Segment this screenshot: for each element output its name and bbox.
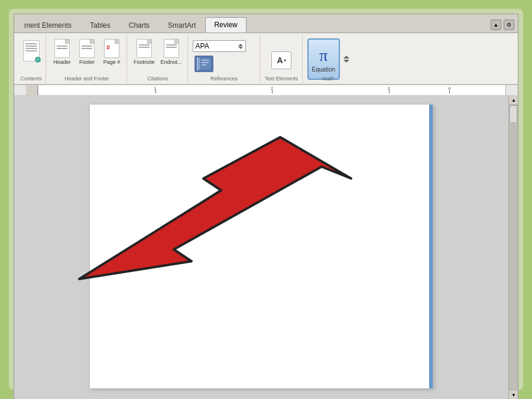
page-num-label: Page #: [103, 59, 121, 65]
page-num-icon: #: [102, 39, 121, 58]
ribbon-tabs: ment Elements Tables Charts SmartArt Rev…: [14, 14, 518, 33]
header-button[interactable]: Header: [51, 38, 73, 66]
apa-dropdown-arrow: [238, 44, 243, 49]
svg-rect-1: [199, 58, 200, 70]
outer-frame: ment Elements Tables Charts SmartArt Rev…: [9, 9, 523, 390]
citations-group-label: Citations: [128, 76, 187, 82]
footer-button[interactable]: Footer: [76, 38, 98, 66]
svg-rect-3: [202, 62, 209, 63]
svg-rect-4: [202, 64, 206, 66]
document-area: ▲ ▼: [14, 96, 518, 399]
text-elem-icon: A ▾: [271, 51, 291, 69]
header-footer-group-label: Header and Footer: [47, 76, 126, 82]
doc-right-accent: [429, 105, 433, 388]
ribbon-group-header-footer: Header Footer: [47, 34, 127, 83]
endnote-label: Endnot...: [161, 59, 182, 65]
tab-review[interactable]: Review: [205, 17, 246, 33]
ribbon-group-contents: ✓ Contents: [17, 34, 46, 83]
footer-icon: [77, 39, 96, 58]
green-check-icon: ✓: [35, 57, 41, 63]
equation-button[interactable]: π Equation: [307, 38, 340, 80]
minimize-btn[interactable]: ▲: [491, 20, 501, 30]
page-num-button[interactable]: # Page #: [100, 38, 123, 66]
scroll-up-btn[interactable]: ▲: [509, 96, 518, 105]
word-window: ment Elements Tables Charts SmartArt Rev…: [14, 14, 518, 399]
ribbon-group-citations: Footnote Endnot...: [128, 34, 188, 83]
pi-icon: π: [319, 46, 327, 65]
header-label: Header: [53, 59, 71, 65]
book-icon: [194, 56, 213, 72]
text-elements-button[interactable]: A ▾: [270, 50, 293, 70]
book-button[interactable]: [193, 54, 215, 73]
tab-tables[interactable]: Tables: [81, 17, 119, 33]
footnote-label: Footnote: [134, 59, 155, 65]
scroll-track: [509, 105, 518, 391]
ribbon-group-text-elements: A ▾ Text Elements: [261, 34, 303, 83]
tab-charts[interactable]: Charts: [120, 17, 158, 33]
tab-smartart[interactable]: SmartArt: [159, 17, 205, 33]
text-elements-group-label: Text Elements: [261, 76, 302, 82]
math-group-label: Math: [304, 76, 353, 82]
equation-label: Equation: [312, 66, 335, 73]
endnote-button[interactable]: Endnot...: [159, 38, 184, 66]
footer-label: Footer: [79, 59, 95, 65]
scroll-thumb[interactable]: [510, 105, 517, 123]
svg-rect-2: [202, 60, 209, 61]
apa-dropdown[interactable]: APA: [193, 40, 246, 52]
footnote-button[interactable]: Footnote: [132, 38, 157, 66]
contents-group-label: Contents: [17, 76, 46, 82]
ruler: 1 2 3 4: [14, 85, 518, 96]
header-icon: [53, 39, 72, 58]
ribbon: ✓ Contents: [14, 33, 518, 85]
endnote-icon: [162, 39, 181, 58]
ruler-bar: 1 2 3 4: [38, 85, 506, 95]
tab-controls: ▲ ⚙: [491, 20, 518, 33]
references-group-label: References: [189, 76, 259, 82]
tab-document-elements[interactable]: ment Elements: [15, 17, 80, 33]
settings-btn[interactable]: ⚙: [504, 20, 514, 30]
scrollbar[interactable]: ▲ ▼: [508, 96, 518, 399]
document-content: [14, 96, 508, 399]
footnote-icon: [135, 39, 154, 58]
document-page[interactable]: [90, 105, 433, 388]
scroll-down-btn[interactable]: ▼: [509, 391, 518, 399]
ribbon-group-references: APA: [189, 34, 260, 83]
contents-icon: ✓: [23, 40, 40, 61]
ribbon-group-math: π Equation Math: [304, 34, 353, 83]
